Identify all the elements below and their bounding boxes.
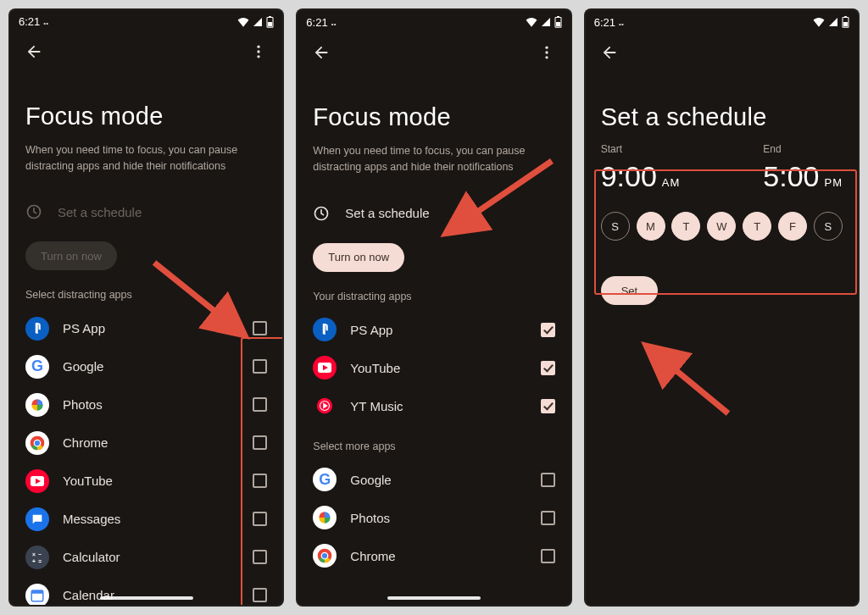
day-toggle[interactable]: T	[671, 212, 700, 241]
youtube-icon	[25, 469, 49, 493]
app-checkbox[interactable]	[541, 473, 555, 487]
app-name-label: Photos	[63, 397, 239, 412]
app-row[interactable]: Messages	[25, 500, 267, 538]
app-row[interactable]: Chrome	[313, 537, 554, 575]
page-title: Focus mode	[25, 102, 267, 130]
calendar-icon	[25, 584, 49, 605]
clock-icon	[313, 205, 330, 222]
app-row[interactable]: ×−+=Calculator	[25, 538, 267, 576]
day-toggle[interactable]: T	[743, 212, 771, 241]
app-checkbox[interactable]	[253, 512, 267, 526]
photos-icon	[313, 506, 337, 529]
ps-icon	[25, 317, 49, 341]
app-row[interactable]: YT Music	[313, 387, 554, 425]
app-checkbox[interactable]	[541, 323, 555, 337]
status-time: 6:21	[19, 15, 40, 28]
app-name-label: Chrome	[350, 549, 526, 563]
section-label: Select distracting apps	[25, 289, 267, 301]
app-checkbox[interactable]	[253, 550, 267, 564]
messages-icon	[25, 507, 49, 531]
app-checkbox[interactable]	[253, 588, 267, 602]
set-schedule-row[interactable]: Set a schedule	[25, 192, 267, 231]
status-time: 6:21	[306, 16, 327, 29]
app-row[interactable]: YouTube	[313, 349, 554, 387]
svg-rect-31	[843, 22, 848, 26]
app-row[interactable]: Chrome	[25, 424, 267, 462]
turn-on-now-button[interactable]: Turn on now	[313, 243, 404, 272]
battery-icon	[842, 16, 849, 28]
app-row[interactable]: GGoogle	[25, 347, 267, 385]
svg-point-3	[258, 46, 260, 48]
app-row[interactable]: PS App	[313, 311, 554, 349]
page-subtitle: When you need time to focus, you can pau…	[25, 142, 267, 175]
svg-point-21	[545, 51, 548, 53]
youtube-icon	[313, 356, 337, 380]
day-toggle[interactable]: S	[814, 212, 843, 241]
section-label-selected: Your distracting apps	[313, 291, 554, 302]
app-name-label: Chrome	[63, 435, 239, 450]
status-notif-dots-icon	[619, 16, 623, 29]
app-checkbox[interactable]	[253, 435, 267, 450]
day-toggle[interactable]: F	[778, 212, 807, 241]
start-label: Start	[601, 143, 681, 155]
section-label-more: Select more apps	[313, 440, 554, 452]
app-row[interactable]: Photos	[313, 499, 554, 537]
app-checkbox[interactable]	[541, 549, 555, 563]
back-button[interactable]	[17, 35, 51, 69]
app-row[interactable]: PS App	[25, 309, 267, 347]
app-checkbox[interactable]	[253, 359, 267, 374]
app-name-label: Calendar	[63, 588, 239, 602]
app-name-label: PS App	[63, 321, 239, 335]
svg-rect-15	[31, 590, 43, 594]
app-checkbox[interactable]	[541, 399, 555, 413]
day-toggle[interactable]: W	[707, 212, 736, 241]
end-label: End	[763, 143, 781, 155]
end-time-value: 5:00	[763, 160, 819, 193]
turn-on-now-button[interactable]: Turn on now	[25, 241, 117, 270]
signal-icon	[253, 17, 263, 27]
set-schedule-label: Set a schedule	[345, 206, 429, 220]
status-bar: 6:21	[586, 10, 858, 34]
status-bar: 6:21	[298, 10, 570, 34]
svg-point-20	[545, 47, 548, 49]
end-time[interactable]: End 5:00 PM	[763, 143, 843, 193]
day-toggle[interactable]: M	[637, 212, 665, 241]
app-row[interactable]: Calendar	[25, 576, 267, 605]
page-subtitle: When you need time to focus, you can pau…	[313, 143, 554, 175]
app-checkbox[interactable]	[253, 474, 267, 488]
calculator-icon: ×−+=	[25, 546, 49, 569]
app-checkbox[interactable]	[541, 361, 555, 375]
app-checkbox[interactable]	[253, 397, 267, 412]
photos-icon	[25, 393, 49, 417]
svg-rect-2	[269, 16, 271, 17]
more-button[interactable]	[242, 35, 275, 69]
svg-text:=: =	[38, 557, 42, 563]
app-checkbox[interactable]	[253, 321, 267, 335]
set-schedule-row[interactable]: Set a schedule	[313, 194, 554, 233]
chrome-icon	[313, 544, 337, 568]
start-time-value: 9:00	[601, 160, 657, 193]
app-row[interactable]: GGoogle	[313, 461, 554, 499]
app-name-label: YouTube	[350, 361, 526, 375]
app-checkbox[interactable]	[541, 511, 555, 525]
ytmusic-icon	[313, 394, 337, 418]
app-row[interactable]: YouTube	[25, 462, 267, 500]
day-toggle[interactable]: S	[601, 212, 630, 241]
app-name-label: YT Music	[350, 399, 526, 413]
app-row[interactable]: Photos	[25, 385, 267, 424]
battery-icon	[266, 16, 274, 28]
gesture-nav-bar[interactable]	[387, 596, 481, 600]
svg-rect-18	[556, 22, 560, 26]
ps-icon	[313, 318, 337, 341]
end-ampm: PM	[824, 176, 843, 189]
status-notif-dots-icon	[43, 15, 47, 28]
start-time[interactable]: Start 9:00 AM	[601, 143, 681, 193]
svg-point-28	[322, 552, 329, 559]
app-name-label: Google	[63, 359, 239, 374]
gesture-nav-bar[interactable]	[100, 596, 193, 600]
more-button[interactable]	[530, 36, 564, 69]
back-button[interactable]	[304, 36, 338, 69]
back-button[interactable]	[593, 36, 626, 69]
svg-text:+: +	[32, 557, 36, 563]
set-button[interactable]: Set	[601, 276, 659, 305]
